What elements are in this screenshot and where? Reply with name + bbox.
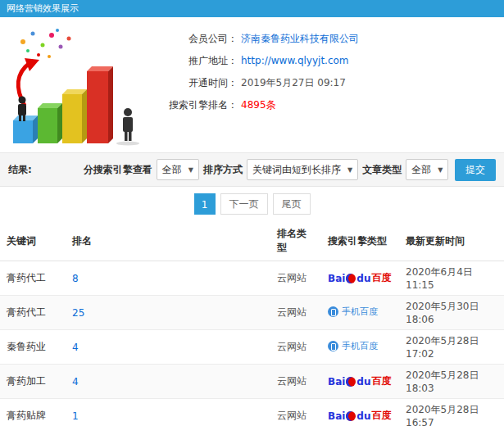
keyword-cell: 膏药加工 (0, 365, 66, 399)
col-engine-type: 搜索引擎类型 (321, 221, 399, 261)
sort-filter-label: 排序方式 (203, 163, 243, 177)
chevron-down-icon: ▼ (438, 166, 443, 174)
rank-cell[interactable]: 25 (66, 296, 270, 330)
baidu-logo-bai: Bai (328, 410, 345, 422)
sort-select[interactable]: 关键词由短到长排序 ▼ (247, 159, 358, 180)
pagination: 1 下一页 尾页 (0, 187, 504, 221)
mobile-baidu: 手机百度 (328, 340, 378, 352)
info-row-opened: 开通时间： 2019年5月27日 09:17 (149, 76, 504, 89)
mobile-baidu-label: 手机百度 (342, 340, 378, 352)
mobile-baidu-icon (328, 306, 338, 317)
page-title: 网络营销效果展示 (0, 0, 504, 17)
profile-section: 会员公司： 济南秦鲁药业科技有限公司 推广地址： http://www.qlyy… (0, 17, 504, 152)
keyword-cell: 膏药代工 (0, 261, 66, 296)
marketing-report-page: 网络营销效果展示 (0, 0, 504, 426)
article-type-select[interactable]: 全部 ▼ (406, 159, 448, 180)
last-page-button[interactable]: 尾页 (273, 193, 311, 215)
baidu-paw-icon (346, 377, 356, 387)
company-link[interactable]: 济南秦鲁药业科技有限公司 (241, 32, 359, 45)
engine-filter-label: 分搜索引擎查看 (84, 163, 152, 177)
baidu-logo-du: du (356, 273, 370, 284)
baidu-logo: Baidu百度 (328, 409, 392, 423)
table-row: 膏药代工 25 云网站 手机百度 2020年5月30日 18:06 (0, 296, 504, 330)
chevron-down-icon: ▼ (188, 166, 193, 174)
updated-cell: 2020年5月30日 18:06 (399, 296, 504, 330)
col-keyword: 关键词 (0, 221, 66, 261)
baidu-paw-icon (346, 411, 356, 421)
baidu-paw-icon (346, 274, 356, 283)
baidu-logo-du: du (356, 410, 370, 422)
table-header-row: 关键词 排名 排名类型 搜索引擎类型 最新更新时间 (0, 221, 504, 261)
baidu-logo-bai: Bai (328, 376, 345, 387)
next-page-button[interactable]: 下一页 (220, 193, 268, 215)
engine-cell: Baidu百度 (321, 365, 399, 399)
updated-cell: 2020年5月28日 18:03 (399, 365, 504, 399)
result-label: 结果: (8, 163, 32, 177)
updated-cell: 2020年5月28日 17:02 (399, 330, 504, 365)
member-info: 会员公司： 济南秦鲁药业科技有限公司 推广地址： http://www.qlyy… (149, 24, 504, 152)
rank-cell[interactable]: 8 (66, 261, 270, 296)
engine-cell: 手机百度 (321, 330, 399, 365)
engine-select[interactable]: 全部 ▼ (157, 159, 199, 180)
bar-chart-clipart-image (0, 24, 149, 148)
rank-type-cell: 云网站 (270, 330, 321, 365)
marketing-clipart (0, 24, 149, 148)
chevron-down-icon: ▼ (347, 166, 352, 174)
rank-type-cell: 云网站 (270, 399, 321, 426)
rank-count-label: 搜索引擎排名： (149, 98, 238, 111)
col-rank: 排名 (66, 221, 270, 261)
engine-select-value: 全部 (162, 163, 182, 177)
submit-button[interactable]: 提交 (455, 159, 496, 181)
baidu-logo: Baidu百度 (328, 271, 392, 285)
rank-type-cell: 云网站 (270, 261, 321, 296)
keyword-cell: 膏药贴牌 (0, 399, 66, 426)
filter-bar: 结果: 分搜索引擎查看 全部 ▼ 排序方式 关键词由短到长排序 ▼ 文章类型 全… (0, 152, 504, 187)
mobile-baidu-icon (328, 341, 338, 351)
table-row: 膏药代工 8 云网站 Baidu百度 2020年6月4日 11:15 (0, 261, 504, 296)
engine-cell: 手机百度 (321, 296, 399, 330)
mobile-baidu-label: 手机百度 (342, 306, 378, 318)
baidu-logo-du: du (356, 376, 370, 387)
rank-type-cell: 云网站 (270, 296, 321, 330)
article-type-label: 文章类型 (362, 163, 402, 177)
rank-cell[interactable]: 4 (66, 365, 270, 399)
company-label: 会员公司： (149, 32, 238, 45)
info-row-company: 会员公司： 济南秦鲁药业科技有限公司 (149, 32, 504, 45)
site-label: 推广地址： (149, 54, 238, 67)
baidu-logo: Baidu百度 (328, 374, 392, 388)
updated-cell: 2020年5月28日 16:57 (399, 399, 504, 426)
article-type-select-value: 全部 (411, 163, 431, 177)
rankings-table: 关键词 排名 排名类型 搜索引擎类型 最新更新时间 膏药代工 8 云网站 Bai… (0, 221, 504, 426)
keyword-cell: 膏药代工 (0, 296, 66, 330)
opened-label: 开通时间： (149, 76, 238, 89)
rank-count-value: 4895条 (241, 98, 276, 111)
baidu-logo-cn: 百度 (372, 374, 392, 388)
col-rank-type: 排名类型 (270, 221, 321, 261)
baidu-logo-bai: Bai (328, 273, 345, 284)
info-row-site: 推广地址： http://www.qlyyjt.com (149, 54, 504, 67)
rank-cell[interactable]: 4 (66, 330, 270, 365)
page-1-button[interactable]: 1 (194, 193, 216, 215)
updated-cell: 2020年6月4日 11:15 (399, 261, 504, 296)
baidu-logo-cn: 百度 (372, 271, 392, 285)
table-row: 膏药贴牌 1 云网站 Baidu百度 2020年5月28日 16:57 (0, 399, 504, 426)
keyword-cell: 秦鲁药业 (0, 330, 66, 365)
opened-value: 2019年5月27日 09:17 (241, 76, 346, 89)
table-row: 秦鲁药业 4 云网站 手机百度 2020年5月28日 17:02 (0, 330, 504, 365)
sort-select-value: 关键词由短到长排序 (252, 163, 341, 177)
rank-type-cell: 云网站 (270, 365, 321, 399)
engine-cell: Baidu百度 (321, 261, 399, 296)
engine-cell: Baidu百度 (321, 399, 399, 426)
rank-cell[interactable]: 1 (66, 399, 270, 426)
info-row-rank-count: 搜索引擎排名： 4895条 (149, 98, 504, 111)
site-link[interactable]: http://www.qlyyjt.com (241, 54, 349, 67)
baidu-logo-cn: 百度 (372, 409, 392, 423)
col-updated: 最新更新时间 (399, 221, 504, 261)
table-row: 膏药加工 4 云网站 Baidu百度 2020年5月28日 18:03 (0, 365, 504, 399)
mobile-baidu: 手机百度 (328, 306, 378, 318)
